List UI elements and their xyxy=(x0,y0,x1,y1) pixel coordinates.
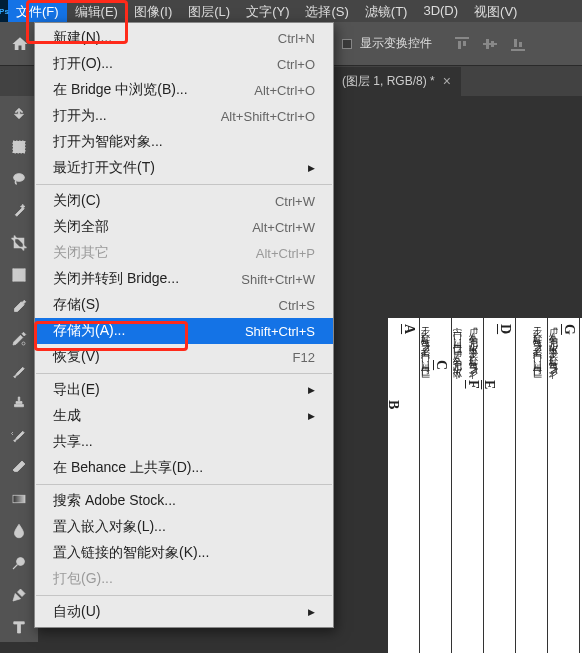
menu-item[interactable]: 恢复(V)F12 xyxy=(35,344,333,370)
svg-rect-0 xyxy=(455,37,469,39)
menu-item[interactable]: 在 Bridge 中浏览(B)...Alt+Ctrl+O xyxy=(35,77,333,103)
document-tab[interactable]: (图层 1, RGB/8) * × xyxy=(332,67,461,96)
move-tool-icon[interactable] xyxy=(4,100,34,130)
svg-rect-6 xyxy=(511,49,525,51)
canvas-document[interactable]: AB宀 亠 冂 冖 冫 凵 刂 勹 匚 匸 卩 厂 厶 夂 宀 尢 尸 屮 巛 … xyxy=(388,318,582,653)
eyedropper-tool-icon[interactable] xyxy=(4,292,34,322)
menu-separator xyxy=(36,184,332,185)
menu-item-label: 搜索 Adobe Stock... xyxy=(53,492,176,510)
menu-item-label: 存储为(A)... xyxy=(53,322,125,340)
type-tool-icon[interactable] xyxy=(4,612,34,642)
menu-item-label: 在 Behance 上共享(D)... xyxy=(53,459,203,477)
menu-view[interactable]: 视图(V) xyxy=(466,0,525,22)
history-brush-tool-icon[interactable] xyxy=(4,420,34,450)
menu-item-label: 共享... xyxy=(53,433,93,451)
menu-item[interactable]: 打开为...Alt+Shift+Ctrl+O xyxy=(35,103,333,129)
menu-item[interactable]: 存储(S)Ctrl+S xyxy=(35,292,333,318)
menu-select[interactable]: 选择(S) xyxy=(297,0,356,22)
healing-brush-tool-icon[interactable] xyxy=(4,324,34,354)
menu-3d[interactable]: 3D(D) xyxy=(415,0,466,22)
menu-item[interactable]: 生成▶ xyxy=(35,403,333,429)
svg-rect-1 xyxy=(458,41,461,49)
lasso-tool-icon[interactable] xyxy=(4,164,34,194)
frame-tool-icon[interactable] xyxy=(4,260,34,290)
menu-item-label: 生成 xyxy=(53,407,81,425)
align-middle-icon[interactable] xyxy=(482,36,498,52)
menu-item[interactable]: 自动(U)▶ xyxy=(35,599,333,625)
menu-item: 关闭其它Alt+Ctrl+P xyxy=(35,240,333,266)
svg-rect-3 xyxy=(483,43,497,45)
menu-shortcut: F12 xyxy=(293,350,315,365)
menu-item[interactable]: 在 Behance 上共享(D)... xyxy=(35,455,333,481)
menu-item-label: 打开为智能对象... xyxy=(53,133,163,151)
menu-item: 打包(G)... xyxy=(35,566,333,592)
menu-item[interactable]: 搜索 Adobe Stock... xyxy=(35,488,333,514)
menu-shortcut: Ctrl+N xyxy=(278,31,315,46)
menu-item[interactable]: 存储为(A)...Shift+Ctrl+S xyxy=(35,318,333,344)
menu-type[interactable]: 文字(Y) xyxy=(238,0,297,22)
menu-layer[interactable]: 图层(L) xyxy=(180,0,238,22)
blur-tool-icon[interactable] xyxy=(4,516,34,546)
menu-item[interactable]: 最近打开文件(T)▶ xyxy=(35,155,333,181)
document-tab-title: (图层 1, RGB/8) * xyxy=(342,73,435,90)
svg-rect-9 xyxy=(13,141,25,153)
menu-shortcut: Alt+Shift+Ctrl+O xyxy=(221,109,315,124)
menu-item[interactable]: 打开(O)...Ctrl+O xyxy=(35,51,333,77)
menu-shortcut: Ctrl+W xyxy=(275,194,315,209)
menu-item-label: 关闭并转到 Bridge... xyxy=(53,270,179,288)
svg-rect-5 xyxy=(491,41,494,47)
submenu-arrow-icon: ▶ xyxy=(288,607,315,617)
menu-item[interactable]: 新建(N)...Ctrl+N xyxy=(35,25,333,51)
menu-separator xyxy=(36,484,332,485)
menu-edit[interactable]: 编辑(E) xyxy=(67,0,126,22)
dodge-tool-icon[interactable] xyxy=(4,548,34,578)
menu-filter[interactable]: 滤镜(T) xyxy=(357,0,416,22)
menu-item-label: 关闭全部 xyxy=(53,218,109,236)
align-top-icon[interactable] xyxy=(454,36,470,52)
menu-item[interactable]: 关闭(C)Ctrl+W xyxy=(35,188,333,214)
pen-tool-icon[interactable] xyxy=(4,580,34,610)
submenu-arrow-icon: ▶ xyxy=(288,385,315,395)
menu-shortcut: Shift+Ctrl+S xyxy=(245,324,315,339)
home-icon[interactable] xyxy=(8,32,32,56)
menu-separator xyxy=(36,595,332,596)
menu-item-label: 打开为... xyxy=(53,107,107,125)
brush-tool-icon[interactable] xyxy=(4,356,34,386)
menu-shortcut: Alt+Ctrl+O xyxy=(254,83,315,98)
eraser-tool-icon[interactable] xyxy=(4,452,34,482)
menu-item-label: 关闭(C) xyxy=(53,192,100,210)
svg-rect-13 xyxy=(13,495,25,503)
menu-item[interactable]: 共享... xyxy=(35,429,333,455)
menu-item-label: 恢复(V) xyxy=(53,348,100,366)
menu-item[interactable]: 关闭并转到 Bridge...Shift+Ctrl+W xyxy=(35,266,333,292)
menu-item[interactable]: 置入链接的智能对象(K)... xyxy=(35,540,333,566)
menu-item-label: 打开(O)... xyxy=(53,55,113,73)
align-bottom-icon[interactable] xyxy=(510,36,526,52)
menu-item[interactable]: 置入嵌入对象(L)... xyxy=(35,514,333,540)
menu-item[interactable]: 关闭全部Alt+Ctrl+W xyxy=(35,214,333,240)
menu-image[interactable]: 图像(I) xyxy=(126,0,180,22)
menu-item-label: 置入嵌入对象(L)... xyxy=(53,518,166,536)
svg-rect-2 xyxy=(463,41,466,46)
close-tab-icon[interactable]: × xyxy=(443,73,451,89)
show-transform-checkbox[interactable] xyxy=(342,39,352,49)
menu-item[interactable]: 打开为智能对象... xyxy=(35,129,333,155)
menu-shortcut: Alt+Ctrl+P xyxy=(256,246,315,261)
menubar: 文件(F) 编辑(E) 图像(I) 图层(L) 文字(Y) 选择(S) 滤镜(T… xyxy=(0,0,582,22)
menu-shortcut: Alt+Ctrl+W xyxy=(252,220,315,235)
menu-file[interactable]: 文件(F) xyxy=(8,0,67,22)
menu-item-label: 打包(G)... xyxy=(53,570,113,588)
svg-point-14 xyxy=(17,558,25,566)
magic-wand-tool-icon[interactable] xyxy=(4,196,34,226)
align-icons xyxy=(454,36,526,52)
menu-separator xyxy=(36,373,332,374)
menu-item[interactable]: 导出(E)▶ xyxy=(35,377,333,403)
file-menu-dropdown: 新建(N)...Ctrl+N打开(O)...Ctrl+O在 Bridge 中浏览… xyxy=(34,22,334,628)
crop-tool-icon[interactable] xyxy=(4,228,34,258)
gradient-tool-icon[interactable] xyxy=(4,484,34,514)
marquee-tool-icon[interactable] xyxy=(4,132,34,162)
clone-stamp-tool-icon[interactable] xyxy=(4,388,34,418)
svg-point-12 xyxy=(22,342,25,345)
svg-rect-4 xyxy=(486,39,489,49)
menu-item-label: 最近打开文件(T) xyxy=(53,159,155,177)
